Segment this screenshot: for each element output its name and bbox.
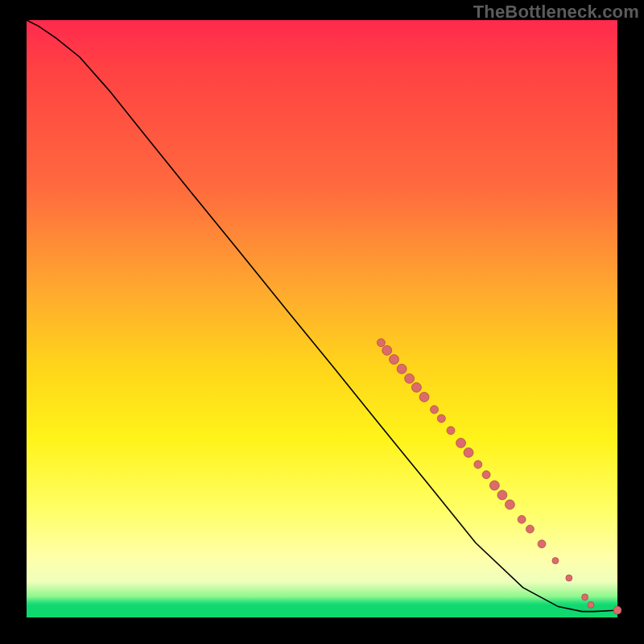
bottleneck-curve (27, 20, 617, 612)
data-marker (447, 427, 455, 435)
data-marker (526, 525, 534, 533)
data-marker (397, 364, 407, 374)
data-marker (566, 575, 572, 581)
chart-overlay (27, 20, 617, 617)
data-marker (552, 558, 559, 564)
data-marker (464, 448, 473, 457)
data-marker (431, 406, 439, 414)
data-marker (489, 481, 499, 490)
chart-stage: TheBottleneck.com (0, 0, 644, 644)
data-marker (588, 601, 594, 608)
data-marker (390, 355, 399, 365)
data-marker (474, 460, 482, 469)
data-marker (538, 540, 546, 548)
data-marker (382, 345, 392, 355)
data-marker (377, 339, 385, 347)
data-marker (497, 490, 507, 500)
data-marker (405, 374, 415, 383)
data-marker (419, 392, 429, 402)
marker-group (377, 339, 621, 614)
data-marker (411, 382, 421, 392)
data-marker (437, 415, 445, 423)
watermark-text: TheBottleneck.com (473, 2, 639, 23)
data-marker (456, 438, 466, 448)
data-marker (582, 594, 588, 601)
data-marker (482, 471, 490, 479)
data-marker (613, 606, 621, 614)
data-marker (518, 515, 526, 523)
data-marker (505, 500, 514, 510)
